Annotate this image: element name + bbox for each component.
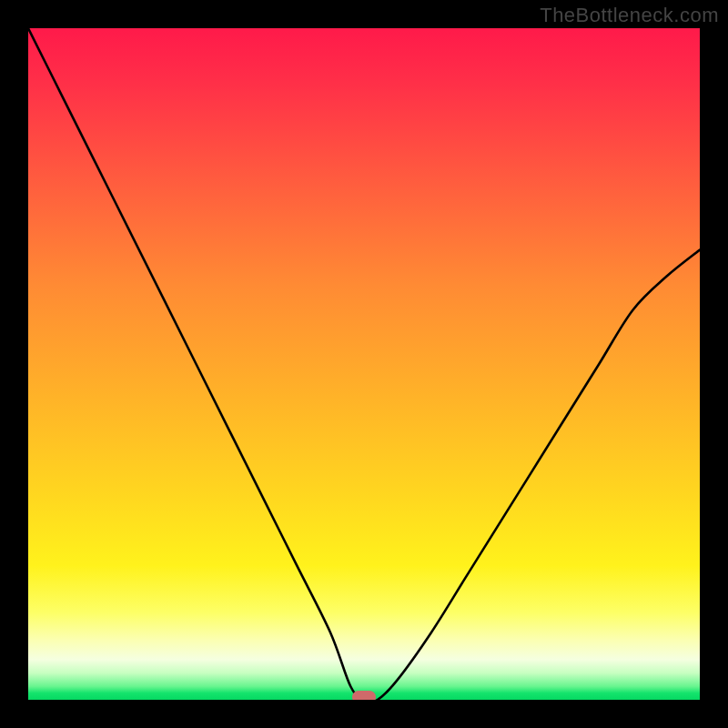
optimal-point-marker — [352, 691, 376, 700]
chart-frame: TheBottleneck.com — [0, 0, 728, 728]
watermark-text: TheBottleneck.com — [540, 4, 719, 27]
plot-area — [28, 28, 700, 700]
bottleneck-curve — [28, 28, 700, 700]
curve-path — [28, 28, 700, 700]
